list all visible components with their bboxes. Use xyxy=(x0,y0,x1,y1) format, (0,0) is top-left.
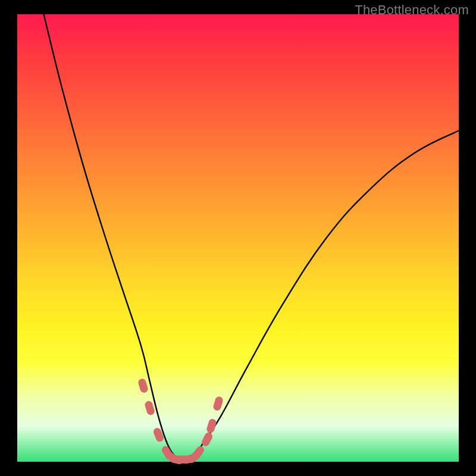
marker-segment xyxy=(217,400,219,407)
watermark-text: TheBottleneck.com xyxy=(355,2,469,18)
bottleneck-chart xyxy=(17,14,459,462)
marker-segment xyxy=(211,423,212,430)
highlight-markers xyxy=(142,383,219,461)
marker-segment xyxy=(206,437,209,443)
marker-segment xyxy=(149,405,151,412)
marker-segment xyxy=(157,432,159,438)
marker-segment xyxy=(196,450,201,456)
marker-segment xyxy=(142,383,144,389)
chart-area xyxy=(17,14,459,462)
bottleneck-curve xyxy=(44,14,459,462)
